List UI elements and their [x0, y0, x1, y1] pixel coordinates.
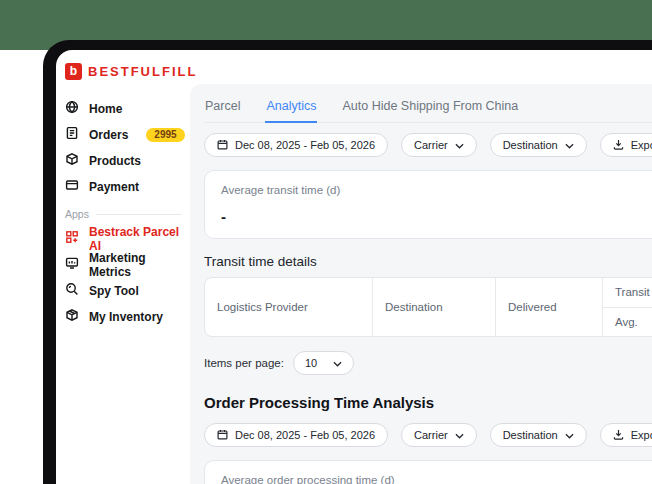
tab-parcel[interactable]: Parcel	[204, 92, 241, 122]
export-button-label: Export	[631, 429, 652, 441]
brand-logo-text: BESTFULFILL	[88, 64, 197, 79]
main-panel: Parcel Analytics Auto Hide Shipping From…	[190, 84, 652, 484]
export-button[interactable]: Export	[600, 133, 652, 157]
export-button-label: Export	[631, 139, 652, 151]
date-range-value: Dec 08, 2025 - Feb 05, 2026	[235, 139, 375, 151]
order-processing-title: Order Processing Time Analysis	[204, 394, 652, 411]
sidebar-item-label: Bestrack Parcel AI	[89, 225, 190, 253]
pagination-row: Items per page: 10	[204, 351, 652, 375]
calendar-icon	[217, 139, 228, 152]
destination-dropdown[interactable]: Destination	[490, 423, 587, 447]
items-per-page-value: 10	[305, 357, 317, 369]
transit-table-title: Transit time details	[204, 254, 652, 269]
column-header-logistics-provider: Logistics Provider	[205, 278, 373, 336]
marketing-metrics-icon	[65, 256, 79, 274]
home-globe-icon	[65, 100, 79, 118]
column-header-avg: Avg.	[603, 308, 652, 337]
sidebar-item-label: Orders	[89, 128, 128, 142]
tab-bar: Parcel Analytics Auto Hide Shipping From…	[204, 92, 652, 123]
products-box-icon	[65, 152, 79, 170]
sidebar-item-label: Payment	[89, 180, 139, 194]
items-per-page-select[interactable]: 10	[293, 351, 354, 375]
destination-dropdown[interactable]: Destination	[490, 133, 587, 157]
sidebar-item-label: Products	[89, 154, 141, 168]
app-screen: b BESTFULFILL Home	[56, 50, 652, 484]
section-divider	[96, 214, 182, 215]
tab-auto-hide-shipping[interactable]: Auto Hide Shipping From China	[341, 92, 519, 122]
destination-dropdown-label: Destination	[503, 139, 558, 151]
download-icon	[613, 139, 624, 152]
column-header-transit-time-group: Transit tim Avg.	[603, 278, 652, 336]
chevron-down-icon	[565, 139, 574, 151]
column-header-destination: Destination	[373, 278, 496, 336]
page-background: b BESTFULFILL Home	[0, 0, 652, 484]
sidebar: Home Orders 2995	[56, 84, 190, 484]
sidebar-item-marketing-metrics[interactable]: Marketing Metrics	[65, 252, 190, 278]
sidebar-item-orders[interactable]: Orders 2995	[65, 122, 190, 148]
orders-count-badge: 2995	[146, 128, 184, 142]
sidebar-item-label: Spy Tool	[89, 284, 139, 298]
sidebar-item-payment[interactable]: Payment	[65, 174, 190, 200]
sidebar-item-my-inventory[interactable]: My Inventory	[65, 304, 190, 330]
apps-section-label: Apps	[65, 208, 89, 220]
sidebar-item-spy-tool[interactable]: Spy Tool	[65, 278, 190, 304]
sidebar-item-products[interactable]: Products	[65, 148, 190, 174]
payment-card-icon	[65, 178, 79, 196]
items-per-page-label: Items per page:	[204, 357, 284, 369]
column-header-transit-time: Transit tim	[603, 278, 652, 308]
average-order-processing-time-card: Average order processing time (d) -	[204, 460, 652, 484]
sidebar-item-home[interactable]: Home	[65, 96, 190, 122]
spy-magnifier-icon	[65, 282, 79, 300]
sidebar-item-label: Home	[89, 102, 122, 116]
date-range-picker[interactable]: Dec 08, 2025 - Feb 05, 2026	[204, 423, 388, 447]
parcel-ai-grid-icon	[65, 230, 79, 248]
sidebar-item-label: Marketing Metrics	[89, 251, 190, 279]
download-icon	[613, 429, 624, 442]
column-header-delivered: Delivered	[496, 278, 603, 336]
date-range-picker[interactable]: Dec 08, 2025 - Feb 05, 2026	[204, 133, 388, 157]
tab-analytics[interactable]: Analytics	[265, 92, 317, 123]
brand-logo: b BESTFULFILL	[56, 50, 652, 84]
carrier-dropdown[interactable]: Carrier	[401, 423, 477, 447]
export-button[interactable]: Export	[600, 423, 652, 447]
average-transit-time-card: Average transit time (d) -	[204, 170, 652, 239]
card-label: Average transit time (d)	[221, 184, 652, 196]
sidebar-item-bestrack-parcel-ai[interactable]: Bestrack Parcel AI	[65, 226, 190, 252]
inventory-box-icon	[65, 308, 79, 326]
chevron-down-icon	[333, 357, 342, 369]
device-frame: b BESTFULFILL Home	[43, 40, 652, 484]
transit-filter-row: Dec 08, 2025 - Feb 05, 2026 Carrier Dest…	[204, 133, 652, 157]
sidebar-item-label: My Inventory	[89, 310, 163, 324]
orders-doc-icon	[65, 126, 79, 144]
transit-time-table: Logistics Provider Destination Delivered…	[204, 277, 652, 337]
date-range-value: Dec 08, 2025 - Feb 05, 2026	[235, 429, 375, 441]
destination-dropdown-label: Destination	[503, 429, 558, 441]
chevron-down-icon	[455, 139, 464, 151]
calendar-icon	[217, 429, 228, 442]
chevron-down-icon	[565, 429, 574, 441]
carrier-dropdown-label: Carrier	[414, 139, 448, 151]
order-processing-filter-row: Dec 08, 2025 - Feb 05, 2026 Carrier Dest…	[204, 423, 652, 447]
carrier-dropdown-label: Carrier	[414, 429, 448, 441]
card-value: -	[221, 208, 652, 225]
chevron-down-icon	[455, 429, 464, 441]
carrier-dropdown[interactable]: Carrier	[401, 133, 477, 157]
app-body: Home Orders 2995	[56, 84, 652, 484]
sidebar-section-apps: Apps	[65, 208, 190, 220]
brand-logo-icon: b	[65, 63, 82, 80]
card-label: Average order processing time (d)	[221, 474, 652, 484]
